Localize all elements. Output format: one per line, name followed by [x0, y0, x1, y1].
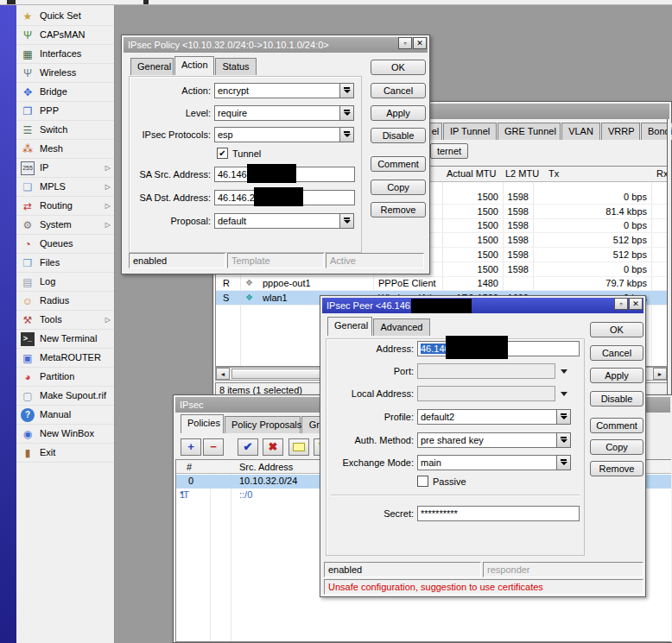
l2-mtu-value: 1598	[501, 205, 529, 218]
row-flag: S	[223, 291, 237, 305]
proposal-dropdown-icon[interactable]	[339, 213, 354, 229]
sidebar-item-tools[interactable]: ⚒Tools▷	[16, 311, 114, 330]
redaction-box	[446, 336, 508, 359]
tab-vrrp[interactable]: VRRP	[601, 123, 640, 140]
tab-fragment[interactable]: el	[428, 123, 442, 140]
sidebar-item-wireless[interactable]: ΨWireless	[16, 64, 114, 83]
tab-ip-tunnel[interactable]: IP Tunnel	[443, 123, 497, 140]
sidebar-item-ip[interactable]: 255IP▷	[16, 159, 114, 178]
comment-button[interactable]: Comment	[590, 418, 643, 433]
exchange-mode-field[interactable]: main	[417, 455, 557, 470]
interface-row[interactable]: R❖pppoe-out1PPPoE Client148079.7 kbps	[216, 276, 667, 291]
comment-button[interactable]: Comment	[371, 156, 426, 172]
sidebar-item-make-supout[interactable]: ▢Make Supout.rif	[16, 387, 114, 406]
protocols-dropdown-icon[interactable]	[339, 127, 354, 142]
remove-icon[interactable]: −	[203, 438, 224, 456]
toolbar-fragment	[143, 0, 149, 4]
sidebar-item-mpls[interactable]: ❏MPLS▷	[16, 178, 114, 197]
col-actual-mtu[interactable]: Actual MTU	[447, 167, 496, 181]
local-address-field[interactable]	[417, 386, 555, 401]
disable-button[interactable]: Disable	[371, 128, 426, 143]
sidebar-item-exit[interactable]: ▮Exit	[16, 444, 114, 463]
col-number[interactable]: #	[187, 460, 192, 475]
sidebar-item-quick-set[interactable]: ★Quick Set	[16, 7, 114, 26]
sidebar-item-partition[interactable]: ◕Partition	[16, 368, 114, 387]
tools-icon: ⚒	[21, 313, 35, 327]
tab-policies[interactable]: Policies	[181, 414, 224, 433]
ipsec-policy-titlebar[interactable]: IPsec Policy <10.10.32.0/24:0->10.10.1.0…	[124, 37, 428, 53]
sidebar-item-radius[interactable]: ☺Radius	[16, 292, 114, 311]
tab-status[interactable]: Status	[215, 58, 257, 75]
sidebar-item-log[interactable]: ▤Log	[16, 273, 114, 292]
sidebar-item-metarouter[interactable]: ▣MetaROUTER	[16, 349, 114, 368]
tunnel-checkbox[interactable]: ✔	[217, 148, 228, 159]
maximize-icon[interactable]: ▫	[614, 298, 628, 310]
col-tx[interactable]: Tx	[548, 167, 559, 181]
ok-button[interactable]: OK	[371, 60, 426, 75]
level-dropdown-icon[interactable]	[339, 105, 354, 121]
winbox-screen: ★Quick SetΨCAPsMAN▦InterfacesΨWireless✥B…	[0, 0, 672, 643]
copy-button[interactable]: Copy	[371, 180, 426, 195]
port-dropdown-icon[interactable]	[561, 369, 567, 374]
sidebar-item-mesh[interactable]: ⁂Mesh	[16, 140, 114, 159]
interfaces-icon: ▦	[21, 47, 35, 61]
tab-gre-tunnel[interactable]: GRE Tunnel	[498, 123, 561, 140]
sidebar-item-system[interactable]: ⚙System▷	[16, 216, 114, 235]
passive-checkbox[interactable]	[417, 476, 428, 487]
close-icon[interactable]: ✕	[629, 298, 643, 310]
copy-button[interactable]: Copy	[590, 439, 643, 455]
tab-general[interactable]: General	[327, 317, 372, 336]
secret-field[interactable]: **********	[417, 506, 580, 521]
cancel-button[interactable]: Cancel	[371, 83, 426, 98]
sidebar-item-ppp[interactable]: ❐PPP	[16, 102, 114, 121]
tab-advanced[interactable]: Advanced	[373, 318, 430, 336]
disable-button[interactable]: Disable	[590, 391, 643, 407]
sidebar-item-queues[interactable]: ◔Queues	[16, 235, 114, 254]
comment-icon[interactable]	[288, 438, 309, 456]
tab-vlan[interactable]: VLAN	[561, 123, 600, 140]
ipsec-peer-titlebar[interactable]: IPsec Peer <46.146.	[322, 298, 643, 313]
enable-icon[interactable]: ✔	[238, 438, 258, 456]
cancel-button[interactable]: Cancel	[590, 345, 643, 361]
tab-policy-proposals[interactable]: Policy Proposals	[225, 416, 301, 433]
tab-general[interactable]: General	[130, 58, 174, 75]
apply-button[interactable]: Apply	[590, 368, 643, 383]
col-l2-mtu[interactable]: L2 MTU	[505, 167, 539, 181]
apply-button[interactable]: Apply	[371, 105, 426, 121]
sidebar-item-label: Exit	[40, 444, 55, 462]
action-field[interactable]: encrypt	[214, 83, 340, 98]
profile-field[interactable]: default2	[417, 409, 557, 425]
profile-dropdown-icon[interactable]	[556, 409, 571, 425]
sidebar-item-interfaces[interactable]: ▦Interfaces	[16, 45, 114, 64]
sidebar-item-bridge[interactable]: ✥Bridge	[16, 83, 114, 102]
sidebar-item-new-winbox[interactable]: ◉New WinBox	[16, 425, 114, 444]
detect-internet-button[interactable]: ternet	[430, 143, 468, 159]
exchange-mode-dropdown-icon[interactable]	[556, 455, 571, 470]
sidebar-item-routing[interactable]: ⇄Routing▷	[16, 197, 114, 216]
sidebar-item-new-terminal[interactable]: >_New Terminal	[16, 330, 114, 349]
remove-button[interactable]: Remove	[590, 461, 643, 476]
sidebar-item-label: Partition	[40, 368, 74, 386]
sidebar-item-capsman[interactable]: ΨCAPsMAN	[16, 26, 114, 45]
sidebar-item-files[interactable]: ❒Files	[16, 254, 114, 273]
protocols-field[interactable]: esp	[214, 127, 340, 142]
disable-icon[interactable]: ✖	[263, 438, 283, 456]
level-field[interactable]: require	[214, 105, 340, 121]
auth-method-dropdown-icon[interactable]	[556, 432, 571, 448]
remove-button[interactable]: Remove	[371, 202, 426, 217]
interface-type-icon: ❖	[245, 291, 253, 305]
ok-button[interactable]: OK	[590, 322, 643, 337]
tab-action[interactable]: Action	[174, 56, 214, 75]
proposal-field[interactable]: default	[214, 213, 340, 229]
close-icon[interactable]: ✕	[413, 37, 427, 49]
action-dropdown-icon[interactable]	[339, 83, 354, 98]
sidebar-item-manual[interactable]: ?Manual	[16, 406, 114, 425]
local-address-dropdown-icon[interactable]	[561, 392, 567, 396]
auth-method-field[interactable]: pre shared key	[417, 432, 557, 448]
port-field[interactable]	[417, 363, 555, 379]
sidebar-item-label: Log	[40, 273, 55, 291]
col-src-address[interactable]: Src. Address	[239, 460, 293, 475]
add-icon[interactable]: +	[181, 438, 201, 456]
sidebar-item-switch[interactable]: ☰Switch	[16, 121, 114, 140]
maximize-icon[interactable]: ▫	[398, 37, 412, 49]
